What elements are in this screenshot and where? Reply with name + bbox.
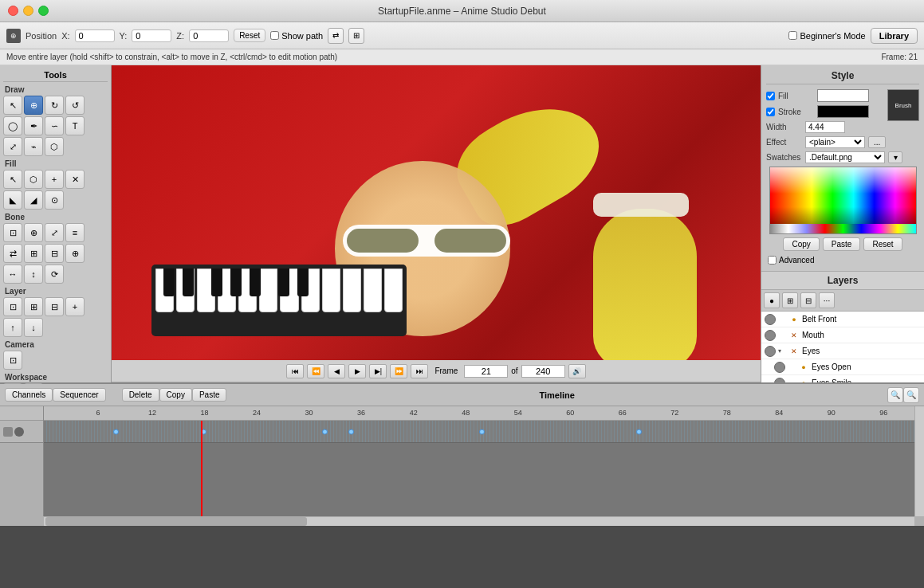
show-path-checkbox[interactable] — [270, 31, 279, 40]
layer-item[interactable]: ▾✕Eyes — [761, 343, 924, 359]
maximize-button[interactable] — [38, 6, 49, 16]
swatches-dropdown-button[interactable]: ▾ — [888, 151, 902, 163]
layer-item[interactable]: ●Belt Front — [761, 312, 924, 327]
layers-tool-more[interactable]: ··· — [819, 292, 835, 308]
tool-fill-add[interactable]: + — [45, 170, 64, 189]
channels-button[interactable]: Channels — [5, 388, 53, 402]
tool-fill-5[interactable]: ◣ — [3, 190, 22, 210]
tool-layer-1[interactable]: ⊡ — [3, 297, 22, 316]
layer-eye-icon[interactable] — [774, 378, 785, 383]
play-button[interactable]: ▶ — [348, 364, 366, 378]
delete-button[interactable]: Delete — [122, 388, 159, 402]
tool-pen[interactable]: ✒ — [24, 116, 43, 135]
layer-eye-icon[interactable] — [765, 346, 776, 357]
nav-icon-1[interactable]: ⇄ — [328, 28, 344, 44]
tool-layer-2[interactable]: ⊞ — [24, 297, 43, 316]
tool-transform[interactable]: ⊕ — [24, 96, 43, 115]
reset-style-button[interactable]: Reset — [863, 237, 902, 251]
copy-style-button[interactable]: Copy — [783, 237, 819, 251]
layers-tool-add[interactable]: ⊞ — [782, 292, 798, 308]
tool-bone-7[interactable]: ⊟ — [45, 244, 64, 263]
close-button[interactable] — [8, 6, 18, 16]
tool-fill-6[interactable]: ◢ — [24, 190, 43, 210]
stroke-color-swatch[interactable] — [817, 105, 869, 118]
track-eye-1[interactable] — [14, 427, 24, 437]
show-path-checkbox-label[interactable]: Show path — [270, 31, 323, 41]
minimize-button[interactable] — [23, 6, 33, 16]
layer-eye-icon[interactable] — [765, 314, 776, 325]
effect-options-button[interactable]: ... — [868, 136, 886, 148]
tool-fill-select[interactable]: ↖ — [3, 170, 22, 189]
y-input[interactable] — [132, 29, 171, 42]
tool-bone-11[interactable]: ⟳ — [45, 265, 64, 284]
tool-fill-delete[interactable]: ✕ — [65, 170, 85, 189]
tool-layer-add[interactable]: + — [65, 297, 85, 316]
prev-frame-button[interactable]: ◀ — [328, 364, 345, 378]
tool-layer-3[interactable]: ⊟ — [45, 297, 64, 316]
tool-brush[interactable]: ∽ — [45, 116, 64, 135]
timeline-zoom-out[interactable]: 🔍 — [887, 387, 903, 403]
goto-end-button[interactable]: ⏭ — [411, 364, 428, 378]
tool-bone-10[interactable]: ↕ — [24, 265, 43, 284]
tool-text[interactable]: T — [65, 116, 85, 135]
swatches-select[interactable]: .Default.png — [805, 151, 885, 163]
tool-rotate[interactable]: ↻ — [45, 96, 64, 115]
tool-bone-1[interactable]: ⊡ — [3, 223, 22, 242]
audio-button[interactable]: 🔊 — [568, 364, 586, 378]
timeline-vscrollbar[interactable] — [914, 406, 924, 516]
tool-fill-paint[interactable]: ⬡ — [24, 170, 43, 189]
tool-shape[interactable]: ⬡ — [45, 137, 64, 156]
tool-bone-9[interactable]: ↔ — [3, 265, 22, 284]
paste-timeline-button[interactable]: Paste — [192, 388, 227, 402]
canvas[interactable] — [112, 65, 761, 360]
timeline-hscrollbar[interactable] — [44, 516, 914, 526]
tool-lasso[interactable]: ◯ — [3, 116, 22, 135]
frame-input[interactable] — [464, 365, 508, 378]
tool-bone-6[interactable]: ⊞ — [24, 244, 43, 263]
paste-style-button[interactable]: Paste — [823, 237, 861, 251]
color-picker[interactable] — [769, 167, 917, 234]
reset-button[interactable]: Reset — [234, 29, 265, 42]
tool-fill-7[interactable]: ⊙ — [45, 190, 64, 210]
sequencer-button[interactable]: Sequencer — [53, 388, 105, 402]
beginners-mode-checkbox[interactable] — [788, 31, 797, 40]
layers-tool-eye[interactable]: ● — [764, 292, 780, 308]
layer-eye-icon[interactable] — [765, 330, 776, 341]
timeline-zoom-in[interactable]: 🔍 — [903, 387, 919, 403]
stroke-checkbox[interactable] — [766, 108, 775, 116]
timeline-tracks-area[interactable] — [44, 421, 914, 516]
tool-undo[interactable]: ↺ — [65, 96, 85, 115]
tool-warp[interactable]: ⌁ — [24, 137, 43, 156]
copy-timeline-button[interactable]: Copy — [159, 388, 192, 402]
tool-layer-6[interactable]: ↓ — [24, 318, 43, 337]
tool-bone-5[interactable]: ⇄ — [3, 244, 22, 263]
advanced-checkbox[interactable] — [768, 256, 777, 265]
nav-icon-2[interactable]: ⊞ — [348, 28, 364, 44]
tool-bone-8[interactable]: ⊕ — [65, 244, 85, 263]
library-button[interactable]: Library — [871, 28, 918, 44]
layer-eye-icon[interactable] — [774, 362, 785, 373]
layer-item[interactable]: ●Eyes Open — [761, 359, 924, 375]
layer-item[interactable]: ✕Mouth — [761, 327, 924, 343]
layer-expand-icon[interactable]: ▾ — [778, 347, 786, 355]
next-keyframe-button[interactable]: ⏩ — [390, 364, 407, 378]
frame-total-input[interactable] — [521, 365, 565, 378]
tool-bone-3[interactable]: ⤢ — [45, 223, 64, 242]
tool-layer-5[interactable]: ↑ — [3, 318, 22, 337]
effect-select[interactable]: <plain> — [805, 136, 865, 148]
tool-bone-add[interactable]: ≡ — [65, 223, 85, 242]
tool-camera-1[interactable]: ⊡ — [3, 351, 22, 370]
tool-select[interactable]: ↖ — [3, 96, 22, 115]
tool-zoom[interactable]: ⤢ — [3, 137, 22, 156]
brush-preview[interactable]: Brush — [887, 89, 919, 121]
width-input[interactable] — [805, 121, 845, 133]
tool-bone-2[interactable]: ⊕ — [24, 223, 43, 242]
beginners-mode-checkbox-label[interactable]: Beginner's Mode — [788, 31, 865, 41]
layer-item[interactable]: ●Eyes Smile — [761, 375, 924, 382]
layers-tool-delete[interactable]: ⊟ — [800, 292, 816, 308]
goto-start-button[interactable]: ⏮ — [286, 364, 304, 378]
advanced-checkbox-label[interactable]: Advanced — [766, 254, 919, 266]
z-input[interactable] — [189, 29, 229, 42]
x-input[interactable] — [75, 29, 115, 42]
next-frame-button[interactable]: ▶| — [369, 364, 387, 378]
